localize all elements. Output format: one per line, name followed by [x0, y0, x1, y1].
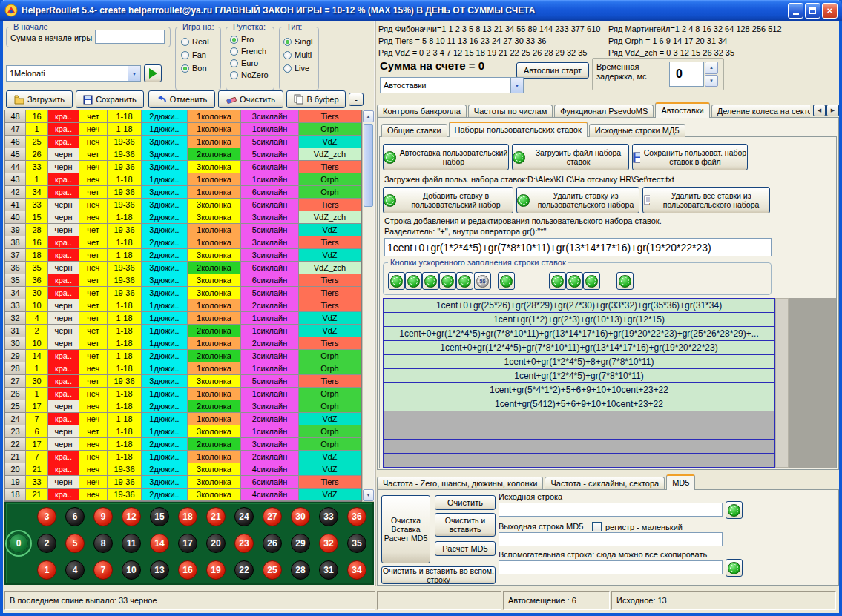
- table-row[interactable]: 2914кра..чет1-182дюжи..2колонка3сиклайнO…: [5, 350, 361, 362]
- radio-fan[interactable]: Fan: [181, 50, 206, 59]
- table-row[interactable]: 2021кра..неч19-362дюжи..3колонка4сиклайн…: [5, 463, 361, 476]
- board-number-9[interactable]: 9: [93, 507, 113, 526]
- board-number-23[interactable]: 23: [234, 534, 254, 553]
- table-row[interactable]: 3635черннеч19-363дюжи..2колонка6сиклайнV…: [5, 262, 361, 274]
- bet-list-item[interactable]: 1cent+0+gr(25*26)+gr(28*29)+gr(27*30)+gr…: [384, 299, 774, 313]
- table-row[interactable]: 3010чернчет1-181дюжи..1колонка2сиклайнTi…: [5, 337, 361, 350]
- radio-nozero[interactable]: NoZero: [230, 70, 269, 79]
- board-number-3[interactable]: 3: [37, 507, 56, 526]
- scroll-up-icon[interactable]: ▲: [363, 110, 374, 122]
- table-row[interactable]: 2217черннеч1-182дюжи..2колонка3сиклайнOr…: [5, 438, 361, 451]
- tab-common-bets[interactable]: Общие ставки: [381, 124, 447, 137]
- register-checkbox[interactable]: [592, 522, 602, 531]
- radio-euro[interactable]: Euro: [230, 59, 258, 67]
- board-number-32[interactable]: 32: [319, 534, 338, 553]
- spinner-down-icon[interactable]: ▼: [705, 75, 718, 87]
- table-row[interactable]: 431кра..неч1-181дюжи..1колонка1сиклайнOr…: [5, 173, 361, 186]
- tab-bankroll-control[interactable]: Контроль банкролла: [377, 105, 467, 118]
- quick-chip-button[interactable]: [422, 272, 439, 290]
- md5-aux-input[interactable]: [499, 560, 723, 574]
- bet-list-item[interactable]: 1cent+0+gr(1*2*4*5)+gr(7*8*10*11)+gr(13*…: [384, 327, 774, 341]
- table-row[interactable]: 4625кра..неч19-363дюжи..1колонка5сиклайн…: [5, 136, 361, 148]
- table-row[interactable]: 247кра..неч1-181дюжи..1колонка2сиклайнVd…: [5, 413, 361, 425]
- board-number-21[interactable]: 21: [206, 507, 226, 526]
- table-row[interactable]: 312чернчет1-181дюжи..2колонка1сиклайнVdZ: [5, 325, 361, 337]
- chevron-down-icon[interactable]: ▼: [510, 78, 523, 93]
- table-row[interactable]: 4816кра..чет1-182дюжи..1колонка3сиклайнT…: [5, 110, 361, 123]
- md5-calc-button[interactable]: Расчет MD5: [435, 541, 496, 556]
- table-row[interactable]: 4433черннеч19-363дюжи..3колонка6сиклайнT…: [5, 161, 361, 173]
- table-row[interactable]: 4526чернчет19-363дюжи..2колонка5сиклайнV…: [5, 148, 361, 161]
- tabs-scroll-left-icon[interactable]: ◀: [813, 105, 826, 116]
- copy-to-buffer-button[interactable]: В буфер: [286, 90, 346, 108]
- board-number-29[interactable]: 29: [291, 534, 310, 553]
- quick-chip-button[interactable]: 5$: [474, 272, 491, 290]
- board-number-36[interactable]: 36: [347, 507, 366, 526]
- board-number-34[interactable]: 34: [347, 560, 366, 580]
- md5-aux-chip-button[interactable]: [726, 559, 743, 577]
- tab-number-frequencies[interactable]: Частоты по числам: [468, 105, 553, 118]
- bet-list-item[interactable]: 1cent+0+gr(1*2*4*5)+gr(7*8*10*11)+gr(13*…: [384, 341, 774, 355]
- board-number-17[interactable]: 17: [178, 534, 197, 553]
- table-row[interactable]: 3310чернчет1-181дюжи..1колонка2сиклайнTi…: [5, 299, 361, 312]
- table-row[interactable]: 3816кра..чет1-182дюжи..1колонка3сиклайнT…: [5, 236, 361, 249]
- scroll-down-icon[interactable]: ▼: [363, 489, 374, 501]
- board-number-22[interactable]: 22: [234, 560, 254, 580]
- autobet-user-set-button[interactable]: Автоставка пользовательский набор: [383, 144, 509, 170]
- board-number-2[interactable]: 2: [37, 534, 56, 553]
- md5-output-input[interactable]: [499, 532, 723, 546]
- board-number-10[interactable]: 10: [122, 560, 141, 580]
- table-row[interactable]: 1933черннеч19-363дюжи..3колонка6сиклайнT…: [5, 476, 361, 489]
- quick-chip-button[interactable]: [583, 272, 600, 290]
- board-number-24[interactable]: 24: [234, 507, 254, 526]
- autospin-start-button[interactable]: Автоспин старт: [516, 62, 589, 79]
- board-number-26[interactable]: 26: [263, 534, 282, 553]
- bet-string-edit-input[interactable]: [384, 238, 772, 256]
- save-button[interactable]: Сохранить: [76, 90, 144, 108]
- load-button[interactable]: Загрузить: [6, 90, 73, 108]
- bet-list-item[interactable]: 1cent+0+gr(1*2*4*5)+8+gr(7*8*10*11): [384, 355, 774, 369]
- board-number-8[interactable]: 8: [93, 534, 113, 553]
- tab-md5[interactable]: MD5: [666, 474, 695, 490]
- table-row[interactable]: 261кра..неч1-181дюжи..1колонка1сиклайнOr…: [5, 388, 361, 400]
- table-row[interactable]: 3928чернчет19-363дюжи..1колонка5сиклайнV…: [5, 224, 361, 236]
- board-number-20[interactable]: 20: [206, 534, 226, 553]
- tab-frequency-sixlines[interactable]: Частота - сиклайны, сектора: [545, 477, 665, 490]
- table-row[interactable]: 471кра..неч1-181дюжи..1колонка1сиклайнOr…: [5, 123, 361, 136]
- table-row[interactable]: 4234кра..чет19-363дюжи..1колонка6сиклайн…: [5, 186, 361, 199]
- remove-all-bets-button[interactable]: Удалить все ставки из пользовательского …: [642, 187, 770, 213]
- tab-frequency-chances[interactable]: Частота - Zero, шансы, дюжины, колонки: [377, 477, 543, 490]
- panel-splitter[interactable]: [374, 21, 376, 586]
- board-number-0[interactable]: 0: [9, 534, 28, 553]
- bet-list-item[interactable]: 1cent+gr(5412)+5+6+9+10+10cent+23+22: [384, 397, 774, 411]
- bet-list-item[interactable]: 1cent+gr(1*2)+gr(2*3)+gr(10*13)+gr(12*15…: [384, 313, 774, 327]
- clear-paste-aux-button[interactable]: Очистить и вставить во вспом. строку: [381, 566, 496, 584]
- board-number-11[interactable]: 11: [122, 534, 141, 553]
- scrollbar-thumb[interactable]: [364, 124, 373, 207]
- md5-source-input[interactable]: [499, 503, 723, 517]
- table-row[interactable]: 2730кра..чет19-363дюжи..3колонка5сиклайн…: [5, 375, 361, 388]
- board-number-12[interactable]: 12: [122, 507, 141, 526]
- table-row[interactable]: 217кра..неч1-181дюжи..1колонка2сиклайнVd…: [5, 451, 361, 463]
- tab-wheel-sectors[interactable]: Деление колеса на сектора: [711, 105, 810, 118]
- radio-bon[interactable]: Bon: [181, 64, 207, 73]
- table-row[interactable]: 324чернчет1-181дюжи..1колонка1сиклайнVdZ: [5, 312, 361, 325]
- close-button[interactable]: ✕: [822, 3, 838, 19]
- board-number-27[interactable]: 27: [263, 507, 282, 526]
- quick-chip-button[interactable]: [439, 272, 456, 290]
- strategy-combobox[interactable]: 1Melonati ▼: [6, 65, 141, 82]
- bet-list-scrollbar-track[interactable]: [775, 298, 789, 468]
- radio-pro[interactable]: Pro: [230, 35, 254, 44]
- md5-clear-and-paste-button[interactable]: Очистить и вставить: [435, 513, 496, 537]
- tab-md5-source-strings[interactable]: Исходные строки МД5: [589, 124, 685, 137]
- table-row[interactable]: 281кра..неч1-181дюжи..1колонка1сиклайнOr…: [5, 362, 361, 375]
- autobets-combobox[interactable]: Автоставки ▼: [380, 77, 524, 93]
- quick-chip-button[interactable]: [498, 272, 515, 290]
- quick-chip-button[interactable]: [405, 272, 422, 290]
- board-number-14[interactable]: 14: [150, 534, 169, 553]
- radio-french[interactable]: French: [230, 47, 266, 56]
- board-number-1[interactable]: 1: [37, 560, 56, 580]
- table-scrollbar[interactable]: ▲ ▼: [362, 110, 375, 502]
- quick-chip-button[interactable]: [388, 272, 405, 290]
- start-sum-input[interactable]: [95, 30, 165, 44]
